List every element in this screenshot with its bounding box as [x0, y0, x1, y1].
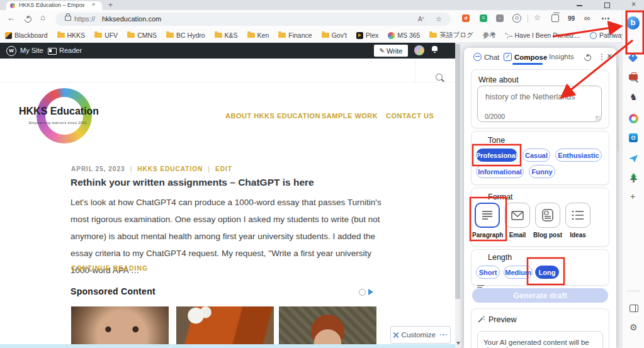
tools-toolbox-icon[interactable] — [629, 74, 638, 80]
settings-gear-icon[interactable]: ⚙ — [630, 322, 638, 332]
favorites-icon[interactable]: ☆ — [534, 14, 541, 22]
extension-d-icon[interactable]: d — [462, 14, 470, 22]
back-icon[interactable]: ← — [7, 14, 15, 22]
customize-button[interactable]: Customize — [390, 326, 451, 344]
extension-green-icon[interactable]: ≡ — [480, 14, 487, 22]
bookmark-item[interactable]: MS 365 — [388, 31, 420, 39]
article-date: APRIL 25, 2023 — [71, 166, 125, 172]
nav-about[interactable]: ABOUT HKKS EDUCATION — [225, 112, 320, 120]
site-search-icon[interactable] — [436, 74, 443, 81]
tone-enthusiastic[interactable]: Enthusiastic — [555, 149, 602, 162]
panel-scrollbar-thumb[interactable] — [617, 68, 619, 151]
infinity-icon[interactable]: ∞ — [584, 13, 590, 23]
extension-gray-icon[interactable]: ◦ — [496, 14, 504, 22]
sidebar-panel-icon[interactable] — [630, 305, 638, 312]
copilot-bing-icon[interactable]: b — [626, 16, 640, 30]
strip-divider — [627, 291, 640, 291]
nav-sample-work[interactable]: SAMPLE WORK — [322, 112, 378, 120]
notifications-bell-icon[interactable] — [432, 46, 438, 51]
panel-close-icon[interactable]: × — [607, 51, 612, 61]
tone-funny[interactable]: Funny — [529, 165, 555, 178]
length-short[interactable]: Short — [476, 266, 500, 279]
active-tab-underline — [512, 63, 543, 65]
bookmark-folder[interactable]: Ken — [247, 31, 269, 39]
ad-privacy-icon[interactable] — [359, 289, 366, 296]
format-ideas-tile[interactable] — [565, 203, 590, 228]
bookmark-item[interactable]: Blackboard — [5, 31, 48, 39]
envelope-icon — [511, 211, 524, 220]
length-long[interactable]: Long — [535, 266, 559, 279]
bookmark-folder[interactable]: 英語ブログ — [429, 31, 473, 40]
customize-tools-icon — [393, 332, 398, 338]
paper-plane-icon[interactable] — [628, 154, 638, 163]
nav-contact-us[interactable]: CONTACT US — [386, 112, 434, 120]
bookmark-item[interactable]: ';-- Have I Been Pwned:... — [506, 31, 580, 39]
length-medium[interactable]: Medium — [504, 266, 533, 279]
tone-informational[interactable]: Informational — [476, 165, 524, 178]
resize-handle[interactable] — [596, 116, 601, 121]
quotes-icon[interactable]: 99 — [568, 15, 575, 22]
adchoices-icon[interactable] — [368, 289, 376, 295]
panel-more-icon[interactable]: ⋮ — [598, 52, 606, 61]
window-maximize-icon[interactable] — [604, 3, 610, 8]
article-title-link[interactable]: Rethink your written assignments – ChatG… — [71, 177, 314, 188]
bookmark-folder[interactable]: UFV — [94, 31, 118, 39]
article-author-link[interactable]: HKKS EDUCATION — [137, 166, 203, 172]
format-paragraph-tile[interactable] — [475, 203, 500, 228]
article-meta: APRIL 25, 2023 | HKKS EDUCATION | EDIT — [71, 166, 232, 172]
outlook-icon[interactable]: O — [629, 133, 638, 142]
microsoft365-icon[interactable] — [629, 114, 638, 123]
pen-icon: ✎ — [380, 47, 385, 54]
avatar[interactable] — [414, 45, 424, 55]
wordpress-logo-icon[interactable]: W — [6, 46, 16, 56]
folder-icon — [127, 33, 135, 38]
folder-icon — [247, 33, 255, 38]
tab-insights[interactable]: Insights — [549, 53, 574, 60]
tab-compose[interactable]: Compose — [504, 53, 547, 61]
tab-close-icon[interactable]: × — [92, 1, 95, 8]
bookmark-folder[interactable]: Gov't — [322, 31, 347, 39]
format-blogpost-tile[interactable] — [535, 203, 560, 228]
new-tab-button[interactable]: + — [108, 1, 113, 9]
cookie-banner-edge — [0, 344, 460, 348]
preview-wand-icon — [477, 316, 485, 323]
settings-more-icon[interactable] — [602, 18, 611, 20]
article-edit-link[interactable]: EDIT — [215, 166, 232, 172]
tree-icon[interactable] — [630, 173, 638, 182]
games-chess-icon[interactable]: ♞ — [630, 92, 638, 102]
chat-icon — [473, 53, 482, 61]
window-minimize-icon[interactable] — [577, 5, 582, 6]
meta-separator: | — [208, 166, 210, 172]
sponsored-image-1[interactable] — [71, 306, 169, 348]
wp-my-site-link[interactable]: My Site — [20, 47, 43, 54]
write-about-label: Write about — [478, 76, 519, 84]
tab-chat[interactable]: Chat — [473, 53, 499, 61]
generate-draft-button[interactable]: Generate draft — [472, 288, 608, 303]
bookmark-folder[interactable]: CMNS — [127, 31, 157, 39]
extension-g-icon[interactable]: G — [512, 14, 521, 23]
write-button[interactable]: ✎ Write — [374, 45, 408, 57]
home-icon[interactable]: ⌂ — [40, 13, 45, 21]
sponsored-image-2[interactable] — [176, 306, 274, 348]
sponsored-image-3[interactable] — [279, 306, 376, 348]
tab-title: HKKS Education – Empowering le — [19, 2, 84, 8]
page-scrollbar-thumb[interactable] — [455, 44, 460, 299]
bookmark-item[interactable]: Plex — [356, 31, 378, 39]
bookmark-folder[interactable]: K&S — [215, 31, 238, 39]
add-favorite-star-icon[interactable]: ☆ — [436, 15, 442, 23]
add-to-sidebar-icon[interactable]: + — [630, 191, 635, 201]
format-email-tile[interactable] — [505, 203, 530, 228]
bookmark-item[interactable]: 参考 — [483, 31, 496, 40]
collections-icon[interactable] — [551, 14, 559, 22]
compose-icon — [504, 53, 512, 61]
read-aloud-icon[interactable]: Aʌ — [418, 16, 424, 23]
bookmark-folder[interactable]: HKKS — [57, 31, 86, 39]
customize-more-icon[interactable] — [440, 334, 449, 336]
bookmark-folder[interactable]: Finance — [278, 31, 312, 39]
tone-casual[interactable]: Casual — [523, 149, 550, 162]
continue-reading-link[interactable]: CONTINUE READING — [71, 264, 148, 272]
tone-professional[interactable]: Professional — [476, 149, 517, 162]
bookmark-folder[interactable]: BC Hydro — [166, 31, 205, 39]
window-close-icon[interactable]: × — [631, 0, 636, 9]
wp-reader-link[interactable]: Reader — [59, 47, 82, 54]
